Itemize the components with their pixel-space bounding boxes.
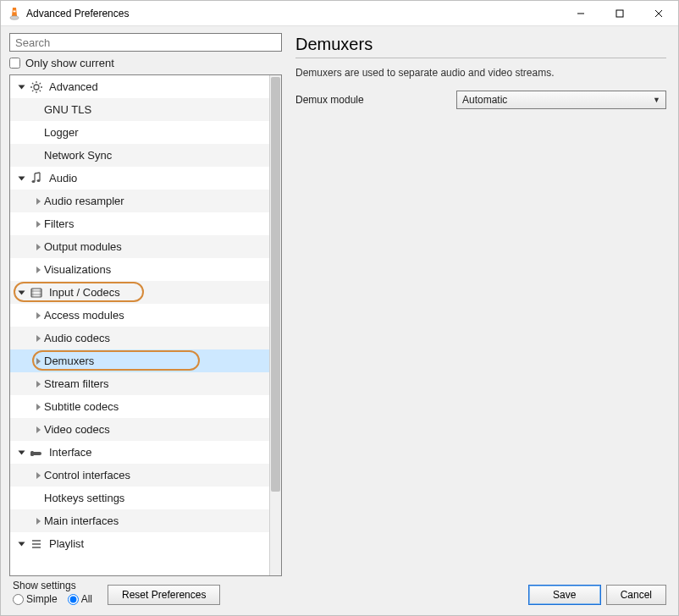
svg-line-14 <box>32 90 33 91</box>
tree-item-hotkeys-settings[interactable]: Hotkeys settings <box>10 487 269 509</box>
reset-preferences-button[interactable]: Reset Preferences <box>108 585 220 605</box>
svg-rect-20 <box>40 289 42 297</box>
tree-scrollbar[interactable] <box>269 75 281 575</box>
app-icon <box>8 7 21 20</box>
section-description: Demuxers are used to separate audio and … <box>295 67 666 79</box>
expand-chevron-icon[interactable] <box>15 539 27 549</box>
preferences-window: Advanced Preferences Only show current A… <box>0 0 679 616</box>
tree-item-label: Logger <box>44 126 78 139</box>
expand-chevron-icon[interactable] <box>32 516 44 526</box>
svg-rect-24 <box>30 451 34 456</box>
tree-item-label: Audio resampler <box>44 195 124 207</box>
only-show-current-checkbox[interactable]: Only show current <box>9 57 282 69</box>
tree-item-network-sync[interactable]: Network Sync <box>10 144 269 167</box>
tree-item-demuxers[interactable]: Demuxers <box>10 349 269 372</box>
tree-item-label: Advanced <box>49 80 98 93</box>
window-title: Advanced Preferences <box>26 8 129 19</box>
only-show-current-input[interactable] <box>9 58 20 69</box>
demux-module-label: Demux module <box>295 94 456 106</box>
minimize-button[interactable] <box>561 1 600 26</box>
tree-item-label: Access modules <box>44 309 124 322</box>
tree-item-label: Main interfaces <box>44 514 119 527</box>
expand-chevron-icon[interactable] <box>15 82 27 92</box>
show-settings-group: Show settings Simple All <box>13 580 99 605</box>
all-radio[interactable]: All <box>68 593 92 605</box>
section-separator <box>295 58 666 58</box>
svg-line-12 <box>32 83 33 84</box>
tree-item-access-modules[interactable]: Access modules <box>10 304 269 327</box>
svg-point-7 <box>34 85 39 90</box>
expand-chevron-icon[interactable] <box>32 356 44 366</box>
expand-chevron-icon[interactable] <box>15 288 27 298</box>
expand-chevron-icon[interactable] <box>15 448 27 458</box>
svg-rect-1 <box>14 10 16 12</box>
expand-chevron-icon[interactable] <box>32 333 44 344</box>
expand-chevron-icon[interactable] <box>32 425 44 435</box>
tree-item-stream-filters[interactable]: Stream filters <box>10 372 269 395</box>
tree-item-label: Control interfaces <box>44 469 130 481</box>
expand-chevron-icon[interactable] <box>32 402 44 412</box>
svg-rect-19 <box>31 289 34 297</box>
expand-chevron-icon[interactable] <box>32 311 44 321</box>
tree-item-label: GNU TLS <box>44 103 91 116</box>
codec-icon <box>27 286 46 300</box>
tree-item-label: Subtitle codecs <box>44 400 119 413</box>
expand-chevron-icon[interactable] <box>32 242 44 252</box>
tree-item-main-interfaces[interactable]: Main interfaces <box>10 509 269 532</box>
expand-chevron-icon[interactable] <box>32 470 44 481</box>
tree-item-video-codecs[interactable]: Video codecs <box>10 418 269 441</box>
tree-item-control-interfaces[interactable]: Control interfaces <box>10 464 269 487</box>
tree-item-label: Video codecs <box>44 423 110 436</box>
tree-item-logger[interactable]: Logger <box>10 121 269 144</box>
settings-panel: Demuxers Demuxers are used to separate a… <box>295 33 670 576</box>
tree-item-label: Input / Codecs <box>49 286 120 299</box>
tree-item-audio-codecs[interactable]: Audio codecs <box>10 327 269 349</box>
cancel-button[interactable]: Cancel <box>606 585 666 605</box>
expand-chevron-icon[interactable] <box>32 219 44 229</box>
preferences-tree: AdvancedGNU TLSLoggerNetwork SyncAudioAu… <box>9 74 282 576</box>
audio-icon <box>27 172 46 185</box>
tree-item-playlist[interactable]: Playlist <box>10 532 269 555</box>
tree-item-filters[interactable]: Filters <box>10 212 269 235</box>
demux-module-row: Demux module Automatic ▼ <box>295 91 666 109</box>
search-input[interactable] <box>9 33 282 52</box>
svg-rect-4 <box>616 10 623 17</box>
tree-item-label: Playlist <box>49 537 84 550</box>
tree-item-label: Network Sync <box>44 149 112 162</box>
simple-radio[interactable]: Simple <box>13 593 58 605</box>
tree-item-audio-resampler[interactable]: Audio resampler <box>10 190 269 212</box>
svg-point-2 <box>10 15 19 19</box>
tree-item-subtitle-codecs[interactable]: Subtitle codecs <box>10 395 269 418</box>
svg-point-17 <box>37 179 41 182</box>
expand-chevron-icon[interactable] <box>32 265 44 275</box>
tree-item-advanced[interactable]: Advanced <box>10 75 269 98</box>
scrollbar-thumb[interactable] <box>271 77 280 492</box>
svg-line-13 <box>40 90 41 91</box>
svg-point-16 <box>32 180 36 183</box>
tree-item-audio[interactable]: Audio <box>10 167 269 190</box>
demux-module-select[interactable]: Automatic ▼ <box>456 91 666 109</box>
gear-icon <box>27 80 46 94</box>
svg-line-15 <box>40 83 41 84</box>
expand-chevron-icon[interactable] <box>32 379 44 389</box>
only-show-current-label: Only show current <box>25 57 114 69</box>
tree-item-label: Audio <box>49 172 77 184</box>
close-button[interactable] <box>639 1 678 26</box>
tree-item-output-modules[interactable]: Output modules <box>10 235 269 258</box>
maximize-button[interactable] <box>600 1 639 26</box>
chevron-down-icon: ▼ <box>653 96 660 104</box>
section-title: Demuxers <box>295 35 666 54</box>
tree-item-label: Interface <box>49 446 92 459</box>
expand-chevron-icon[interactable] <box>15 173 27 184</box>
tree-item-input-codecs[interactable]: Input / Codecs <box>10 281 269 304</box>
save-button[interactable]: Save <box>528 585 601 605</box>
tree-item-label: Demuxers <box>44 355 94 367</box>
tree-item-interface[interactable]: Interface <box>10 441 269 464</box>
footer: Show settings Simple All Reset Preferenc… <box>9 576 670 610</box>
tree-item-label: Stream filters <box>44 377 109 390</box>
tree-item-visualizations[interactable]: Visualizations <box>10 258 269 281</box>
playlist-icon <box>27 537 46 551</box>
expand-chevron-icon[interactable] <box>32 196 44 206</box>
tree-item-gnu-tls[interactable]: GNU TLS <box>10 98 269 121</box>
tree-item-label: Filters <box>44 217 74 230</box>
